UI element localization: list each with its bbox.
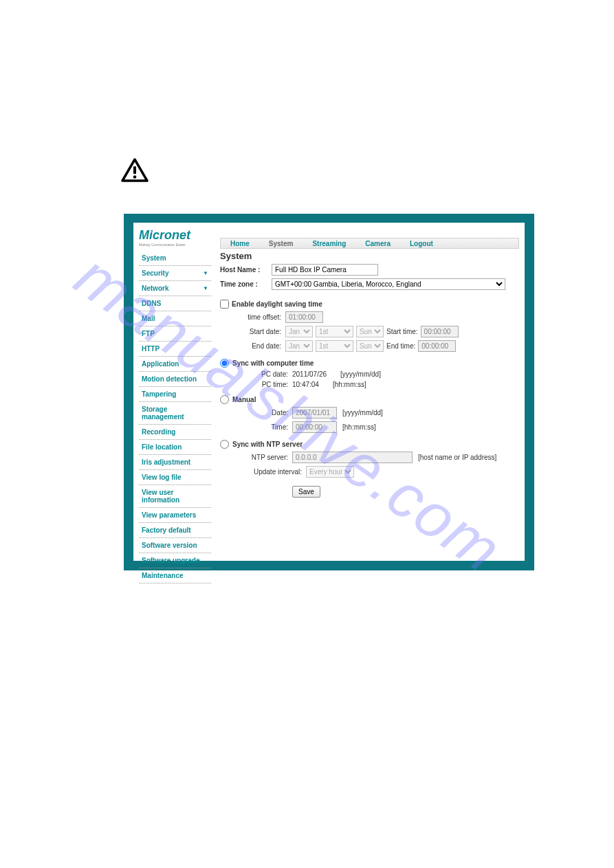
pc-time-hint: [hh:mm:ss]: [333, 381, 366, 388]
manual-date-label: Date:: [248, 409, 292, 416]
manual-label: Manual: [232, 396, 256, 403]
ntp-server-input[interactable]: [292, 452, 413, 463]
sidebar-item-system[interactable]: System: [139, 251, 211, 266]
sidebar-item-view-user-information[interactable]: View user information: [139, 485, 211, 508]
dst-checkbox[interactable]: [220, 300, 229, 309]
sidebar-item-ftp[interactable]: FTP: [139, 326, 211, 342]
sidebar-item-maintenance[interactable]: Maintenance: [139, 568, 211, 583]
manual-date-input[interactable]: [292, 407, 337, 419]
hostname-input[interactable]: [272, 264, 378, 276]
update-interval-select[interactable]: Every hour: [306, 466, 354, 478]
end-week-select[interactable]: 1st: [316, 340, 353, 352]
warning-icon: [121, 158, 149, 184]
start-time-label: Start time:: [386, 328, 418, 335]
pc-date-hint: [yyyy/mm/dd]: [340, 370, 381, 378]
sidebar-item-ddns[interactable]: DDNS: [139, 296, 211, 311]
sidebar-item-factory-default[interactable]: Factory default: [139, 523, 211, 538]
end-day-select[interactable]: Sun: [356, 340, 384, 352]
sidebar-item-software-upgrade[interactable]: Software upgrade: [139, 553, 211, 568]
start-week-select[interactable]: 1st: [316, 326, 353, 337]
nav-camera[interactable]: Camera: [355, 240, 400, 247]
manual-time-input[interactable]: [292, 421, 337, 433]
start-day-select[interactable]: Sun: [356, 326, 384, 337]
end-time-input[interactable]: [418, 340, 456, 352]
sidebar-item-tampering[interactable]: Tampering: [139, 387, 211, 402]
timezone-select[interactable]: GMT+00:00 Gambia, Liberia, Morocco, Engl…: [272, 278, 505, 290]
nav-streaming[interactable]: Streaming: [303, 240, 355, 247]
chevron-down-icon: ▼: [203, 270, 208, 276]
dst-label: Enable daylight saving time: [232, 300, 322, 308]
sidebar-item-software-version[interactable]: Software version: [139, 538, 211, 553]
sync-computer-label: Sync with computer time: [232, 359, 314, 367]
start-month-select[interactable]: Jan: [285, 326, 313, 337]
sidebar-item-recording[interactable]: Recording: [139, 425, 211, 440]
svg-point-1: [133, 175, 137, 179]
sidebar-item-view-parameters[interactable]: View parameters: [139, 508, 211, 523]
hostname-label: Host Name :: [220, 266, 272, 274]
ntp-server-hint: [host name or IP address]: [418, 454, 496, 461]
manual-radio[interactable]: [220, 395, 229, 404]
update-interval-label: Update interval:: [248, 468, 306, 476]
start-date-label: Start date:: [220, 328, 285, 335]
top-navigation: Home System Streaming Camera Logout: [220, 238, 519, 249]
start-time-input[interactable]: [421, 326, 459, 337]
nav-logout[interactable]: Logout: [400, 240, 443, 247]
end-time-label: End time:: [386, 342, 415, 350]
sidebar-item-iris-adjustment[interactable]: Iris adjustment: [139, 455, 211, 470]
app-window: Micronet Making Communication Easier Hom…: [124, 214, 534, 570]
manual-time-label: Time:: [248, 423, 292, 431]
end-date-label: End date:: [220, 342, 285, 350]
chevron-down-icon: ▼: [203, 285, 208, 291]
sidebar-item-file-location[interactable]: File location: [139, 440, 211, 455]
ntp-label: Sync with NTP server: [232, 441, 303, 448]
sidebar-item-security[interactable]: Security▼: [139, 266, 211, 281]
manual-date-hint: [yyyy/mm/dd]: [342, 409, 383, 416]
sidebar-item-mail[interactable]: Mail: [139, 311, 211, 326]
page-title: System: [220, 251, 519, 261]
pc-date-value: 2011/07/26: [292, 370, 327, 378]
sidebar-item-application[interactable]: Application: [139, 357, 211, 372]
main-content: System Host Name : Time zone : GMT+00:00…: [220, 251, 519, 498]
end-month-select[interactable]: Jan: [285, 340, 313, 352]
sidebar-item-network[interactable]: Network▼: [139, 281, 211, 296]
brand-logo: Micronet Making Communication Easier: [139, 228, 190, 247]
timezone-label: Time zone :: [220, 280, 272, 288]
svg-rect-0: [133, 166, 136, 174]
time-offset-label: time offset:: [220, 313, 285, 321]
sidebar: System Security▼ Network▼ DDNS Mail FTP …: [139, 251, 211, 583]
manual-time-hint: [hh:mm:ss]: [342, 423, 376, 431]
sync-computer-radio[interactable]: [220, 359, 229, 368]
pc-date-label: PC date:: [248, 370, 292, 378]
save-button[interactable]: Save: [292, 486, 320, 498]
sidebar-item-view-log-file[interactable]: View log file: [139, 470, 211, 485]
ntp-server-label: NTP server:: [248, 454, 292, 461]
sidebar-item-motion-detection[interactable]: Motion detection: [139, 372, 211, 387]
time-offset-input[interactable]: [285, 311, 323, 323]
ntp-radio[interactable]: [220, 440, 229, 449]
nav-system[interactable]: System: [259, 240, 303, 247]
sidebar-item-storage-management[interactable]: Storage management: [139, 402, 211, 425]
pc-time-value: 10:47:04: [292, 381, 319, 388]
sidebar-item-http[interactable]: HTTP: [139, 342, 211, 357]
nav-home[interactable]: Home: [221, 240, 259, 247]
pc-time-label: PC time:: [248, 381, 292, 388]
